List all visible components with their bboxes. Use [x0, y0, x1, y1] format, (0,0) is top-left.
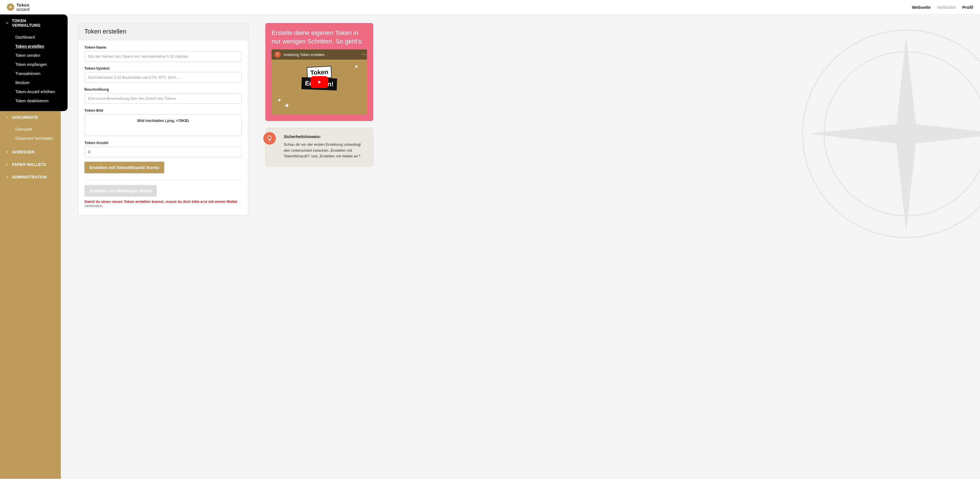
sidebar-item-dashboard[interactable]: Dashboard: [0, 33, 61, 42]
sidebar-item-increase-count[interactable]: Token-Anzahl erhöhen: [0, 87, 61, 96]
sidebar-item-owner[interactable]: Besitzer: [0, 78, 61, 87]
sidebar-item-send-token[interactable]: Token senden: [0, 51, 61, 60]
lightbulb-icon: [263, 132, 276, 145]
token-symbol-input[interactable]: [84, 72, 242, 83]
sidebar-head-documents[interactable]: DOKUMENTE: [0, 111, 61, 124]
hint-title: Sicherheitshinweis:: [284, 134, 366, 139]
sidebar-head-addresses[interactable]: ADRESSEN: [0, 146, 61, 158]
token-name-input[interactable]: [84, 51, 242, 62]
create-with-account-button[interactable]: Erstellen mit TokenWizard© Konto: [84, 162, 164, 173]
sidebar-head-paper-wallets[interactable]: PAPER WALLETS: [0, 158, 61, 171]
nav-connect[interactable]: Verbinden: [937, 5, 956, 10]
nav-profile[interactable]: Profil: [963, 5, 973, 10]
sparkle-icon: ✦: [277, 97, 282, 103]
hint-text: Schau dir vor der ersten Erstellung unbe…: [284, 142, 366, 159]
token-name-label: Token-Name: [84, 45, 242, 49]
sidebar-section-token: TOKEN VERWALTUNG Dashboard Token erstell…: [0, 14, 68, 111]
token-count-input[interactable]: [84, 146, 242, 157]
video-channel-avatar: T: [274, 51, 281, 58]
chevron-right-icon: [5, 150, 9, 154]
sidebar-head-token[interactable]: TOKEN VERWALTUNG: [0, 14, 61, 32]
sidebar-item-overview[interactable]: Übersicht: [0, 125, 61, 134]
video-title: Anleitung Token erstellen: [283, 53, 361, 57]
logo-text: Token wizard: [16, 3, 30, 11]
video-embed[interactable]: T Anleitung Token erstellen ⋮ Token Erst…: [272, 49, 367, 115]
promo-card: Erstelle deine eigenen Token in nur weni…: [265, 23, 373, 121]
token-image-upload[interactable]: Bild hochladen (.png, <70KB): [84, 114, 242, 136]
sidebar-item-upload-doc[interactable]: Dokument hochladen: [0, 134, 61, 143]
chevron-down-icon: [5, 115, 9, 119]
sidebar-head-label: ADMINISTRATION: [12, 175, 47, 179]
sidebar-head-label: PAPER WALLETS: [12, 162, 46, 167]
sidebar: TOKEN VERWALTUNG Dashboard Token erstell…: [0, 14, 61, 479]
main-content: Token erstellen Token-Name Token-Symbol …: [61, 14, 980, 479]
right-column: Erstelle deine eigenen Token in nur weni…: [265, 23, 373, 167]
token-desc-label: Beschreibung: [84, 87, 242, 91]
card-title: Token erstellen: [78, 23, 248, 40]
token-image-label: Token-Bild: [84, 108, 242, 113]
security-hint-box: Sicherheitshinweis: Schau dir vor der er…: [265, 128, 373, 167]
promo-title: Erstelle deine eigenen Token in nur weni…: [272, 29, 367, 45]
sidebar-item-deactivate-token[interactable]: Token deaktivieren: [0, 96, 61, 105]
sidebar-head-label: TOKEN VERWALTUNG: [12, 19, 56, 27]
nav-website[interactable]: Webseite: [912, 5, 931, 10]
wallet-error-message: Damit du einen neuen Token erstellen kan…: [84, 199, 242, 208]
sidebar-section-documents: DOKUMENTE Übersicht Dokument hochladen: [0, 111, 61, 146]
create-token-card: Token erstellen Token-Name Token-Symbol …: [78, 23, 248, 216]
sidebar-item-transactions[interactable]: Transaktionen: [0, 69, 61, 78]
divider: [84, 180, 242, 180]
play-icon: [317, 79, 322, 85]
sidebar-head-administration[interactable]: ADMINISTRATION: [0, 171, 61, 183]
sparkle-icon: ✦: [354, 64, 358, 70]
logo-icon: [7, 3, 14, 11]
logo[interactable]: Token wizard: [7, 3, 30, 11]
play-button[interactable]: [310, 76, 328, 88]
top-header: Token wizard Webseite Verbinden Profil: [0, 0, 980, 14]
connect-wallet-link[interactable]: verbinden: [84, 204, 102, 208]
token-symbol-label: Token-Symbol: [84, 66, 242, 70]
sidebar-head-label: DOKUMENTE: [12, 115, 38, 119]
sidebar-item-create-token[interactable]: Token erstellen: [0, 42, 61, 51]
create-with-wallet-button[interactable]: Erstellen mit WebPlugin Wallet: [84, 185, 157, 197]
token-desc-input[interactable]: [84, 93, 242, 104]
sidebar-head-label: ADRESSEN: [12, 150, 34, 154]
token-count-label: Token-Anzahl: [84, 141, 242, 145]
chevron-right-icon: [5, 162, 9, 167]
video-top-bar: T Anleitung Token erstellen ⋮: [272, 49, 367, 60]
sidebar-item-receive-token[interactable]: Token empfangen: [0, 60, 61, 69]
chevron-right-icon: [5, 175, 9, 179]
top-nav: Webseite Verbinden Profil: [912, 5, 974, 10]
sparkle-icon: ✦: [284, 102, 290, 110]
chevron-down-icon: [5, 21, 9, 25]
